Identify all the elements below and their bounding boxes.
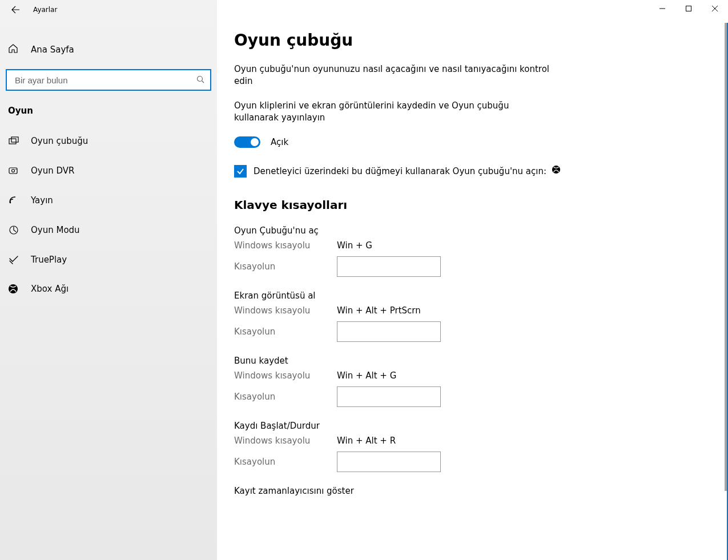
- scrollbar-thumb[interactable]: [725, 23, 727, 491]
- nav-label: Oyun çubuğu: [31, 136, 88, 146]
- page-title: Oyun çubuğu: [234, 31, 688, 50]
- shortcut-user-label: Kısayolun: [234, 261, 337, 272]
- page-desc-1: Oyun çubuğu'nun oyununuzu nasıl açacağın…: [234, 63, 554, 87]
- svg-point-9: [9, 284, 18, 293]
- controller-open-row: Denetleyici üzerindeki bu düğmeyi kullan…: [234, 165, 688, 178]
- close-button[interactable]: [702, 0, 728, 17]
- gamebar-icon: [8, 135, 21, 147]
- content: Oyun çubuğu Oyun çubuğu'nun oyununuzu na…: [217, 0, 705, 560]
- xbox-inline-icon: [552, 165, 561, 178]
- checkbox-label: Denetleyici üzerindeki bu düğmeyi kullan…: [254, 165, 561, 178]
- broadcast-icon: [8, 195, 21, 206]
- shortcut-user-row: Kısayolun: [234, 452, 688, 472]
- search-input[interactable]: [15, 75, 196, 85]
- toggle-knob: [251, 138, 259, 146]
- shortcut-user-label: Kısayolun: [234, 457, 337, 467]
- shortcut-win-label: Windows kısayolu: [234, 436, 337, 446]
- toggle-label: Açık: [271, 137, 288, 147]
- scrollbar[interactable]: [705, 23, 728, 560]
- nav-label: Oyun Modu: [31, 225, 80, 235]
- shortcut-user-row: Kısayolun: [234, 321, 688, 342]
- trueplay-icon: [8, 254, 21, 265]
- shortcut-group: Kayıt zamanlayıcısını göster: [234, 486, 688, 496]
- nav-xboxnet[interactable]: Xbox Ağı: [0, 275, 217, 303]
- shortcut-win-label: Windows kısayolu: [234, 240, 337, 251]
- nav-label: Yayın: [31, 195, 53, 206]
- shortcut-win-label: Windows kısayolu: [234, 305, 337, 316]
- search-icon: [196, 75, 204, 85]
- back-button[interactable]: [7, 1, 24, 18]
- shortcut-user-label: Kısayolun: [234, 327, 337, 337]
- shortcut-title: Kaydı Başlat/Durdur: [234, 421, 688, 431]
- nav-gamebar[interactable]: Oyun çubuğu: [0, 126, 217, 156]
- shortcut-win-value: Win + Alt + R: [337, 436, 396, 446]
- xbox-icon: [8, 284, 21, 294]
- home-label: Ana Sayfa: [31, 45, 74, 55]
- gamedvr-icon: [8, 165, 21, 176]
- svg-point-0: [198, 76, 203, 81]
- shortcut-win-row: Windows kısayolu Win + G: [234, 240, 688, 251]
- sidebar: Ayarlar Ana Sayfa Oyun Oyun çubuğu Oyun …: [0, 0, 217, 560]
- gamemode-icon: [8, 224, 21, 236]
- nav-gamedvr[interactable]: Oyun DVR: [0, 156, 217, 186]
- svg-line-1: [202, 80, 204, 83]
- shortcut-user-row: Kısayolun: [234, 386, 688, 407]
- shortcut-user-input[interactable]: [337, 386, 441, 407]
- shortcut-win-row: Windows kısayolu Win + Alt + PrtScrn: [234, 305, 688, 316]
- nav-label: Oyun DVR: [31, 166, 74, 176]
- shortcut-title: Ekran görüntüsü al: [234, 291, 688, 301]
- check-icon: [236, 167, 245, 176]
- home-link[interactable]: Ana Sayfa: [0, 37, 217, 62]
- nav-gamemode[interactable]: Oyun Modu: [0, 215, 217, 245]
- shortcut-group: Kaydı Başlat/Durdur Windows kısayolu Win…: [234, 421, 688, 472]
- gamebar-toggle[interactable]: [234, 136, 260, 148]
- shortcuts-list: Oyun Çubuğu'nu aç Windows kısayolu Win +…: [234, 225, 688, 496]
- svg-point-6: [15, 169, 17, 170]
- nav-label: Xbox Ağı: [31, 284, 69, 294]
- shortcut-win-row: Windows kısayolu Win + Alt + R: [234, 436, 688, 446]
- shortcut-group: Ekran görüntüsü al Windows kısayolu Win …: [234, 291, 688, 342]
- svg-point-7: [10, 202, 11, 203]
- shortcut-win-value: Win + Alt + G: [337, 370, 396, 381]
- svg-point-5: [12, 170, 15, 172]
- home-icon: [8, 43, 21, 55]
- shortcut-group: Bunu kaydet Windows kısayolu Win + Alt +…: [234, 356, 688, 407]
- category-header: Oyun: [0, 100, 217, 126]
- svg-point-14: [552, 166, 560, 174]
- nav-broadcast[interactable]: Yayın: [0, 186, 217, 215]
- nav-trueplay[interactable]: TruePlay: [0, 245, 217, 275]
- arrow-left-icon: [11, 5, 20, 14]
- shortcut-win-label: Windows kısayolu: [234, 370, 337, 381]
- shortcut-title: Bunu kaydet: [234, 356, 688, 366]
- checkbox-text: Denetleyici üzerindeki bu düğmeyi kullan…: [254, 166, 546, 176]
- shortcut-user-label: Kısayolun: [234, 392, 337, 402]
- shortcut-title: Kayıt zamanlayıcısını göster: [234, 486, 688, 496]
- shortcut-win-value: Win + Alt + PrtScrn: [337, 305, 421, 316]
- shortcut-title: Oyun Çubuğu'nu aç: [234, 225, 688, 236]
- app-title: Ayarlar: [33, 6, 57, 14]
- shortcut-user-input[interactable]: [337, 256, 441, 277]
- shortcut-win-value: Win + G: [337, 240, 372, 251]
- svg-rect-3: [11, 137, 18, 142]
- gamebar-toggle-row: Açık: [234, 136, 688, 148]
- nav-label: TruePlay: [31, 255, 67, 265]
- svg-rect-2: [9, 139, 16, 144]
- search-box[interactable]: [6, 69, 211, 91]
- shortcut-group: Oyun Çubuğu'nu aç Windows kısayolu Win +…: [234, 225, 688, 277]
- titlebar: Ayarlar: [0, 0, 217, 19]
- svg-rect-4: [9, 168, 17, 174]
- main-area: Oyun çubuğu Oyun çubuğu'nun oyununuzu na…: [217, 0, 728, 560]
- controller-open-checkbox[interactable]: [234, 165, 247, 178]
- close-icon: [711, 5, 718, 12]
- shortcut-user-row: Kısayolun: [234, 256, 688, 277]
- shortcut-win-row: Windows kısayolu Win + Alt + G: [234, 370, 688, 381]
- shortcut-user-input[interactable]: [337, 321, 441, 342]
- shortcuts-header: Klavye kısayolları: [234, 198, 688, 212]
- page-desc-2: Oyun kliplerini ve ekran görüntülerini k…: [234, 100, 554, 124]
- shortcut-user-input[interactable]: [337, 452, 441, 472]
